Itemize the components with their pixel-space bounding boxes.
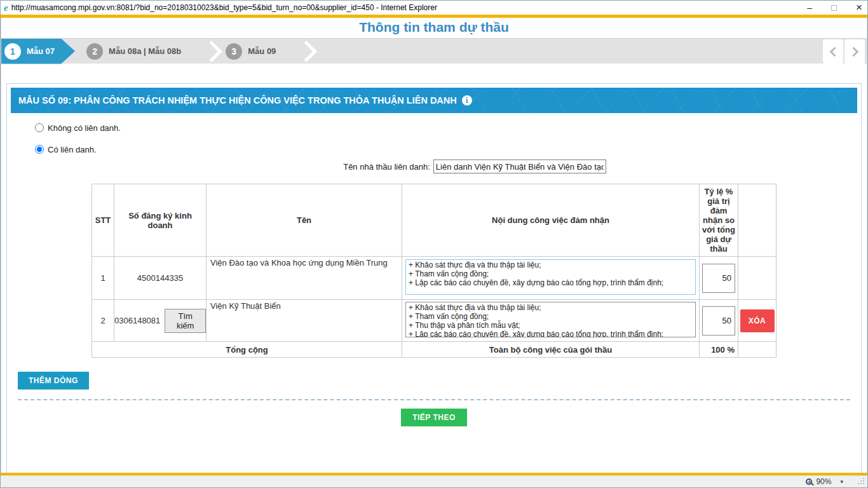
title-bar: e http://muasamcong.mpi.gov.vn:8081/?bid…	[1, 1, 867, 15]
wizard-steps: 1 Mẫu 07 2 Mẫu 08a | Mẫu 08b 3 Mẫu 09	[1, 38, 867, 64]
percent-input[interactable]	[702, 306, 735, 336]
step-label-2: Mẫu 08a | Mẫu 08b	[109, 46, 181, 56]
consortium-name-row: Tên nhà thầu liên danh:	[7, 159, 861, 173]
cell-action: XÓA	[738, 300, 776, 342]
table-row: 2 0306148081 Tìm kiếm Viện Kỹ Thuật Biển…	[92, 300, 776, 342]
cell-action	[738, 257, 776, 300]
info-icon[interactable]: i	[462, 95, 472, 105]
work-textarea[interactable]: + Khảo sát thực địa và thu thập tài liệu…	[405, 302, 696, 337]
window-controls: – ×	[807, 1, 862, 15]
wizard-step-mau-09[interactable]: 3 Mẫu 09	[226, 39, 276, 64]
step-label-3: Mẫu 09	[248, 46, 276, 56]
radio-no-consortium-input[interactable]	[35, 123, 44, 132]
cell-name: Viện Kỹ Thuật Biển	[207, 300, 402, 342]
zoom-dropdown-caret-icon[interactable]: ▾	[840, 478, 843, 485]
page-content: Thông tin tham dự thầu 1 Mẫu 07 2 Mẫu 08…	[1, 18, 867, 473]
cell-percent	[700, 257, 738, 300]
header-name: Tên	[207, 184, 402, 257]
resize-grip-icon[interactable]	[858, 478, 865, 485]
chevron-right-icon	[848, 46, 858, 57]
cell-percent	[700, 300, 738, 342]
radio-no-consortium[interactable]: Không có liên danh.	[35, 121, 861, 135]
step-number-2: 2	[86, 43, 103, 60]
step-chevron-icon	[295, 41, 317, 62]
chevron-left-icon	[829, 46, 839, 57]
percent-input[interactable]	[702, 264, 735, 293]
step-number-3: 3	[226, 43, 242, 60]
header-action	[738, 184, 776, 257]
cell-stt: 2	[92, 300, 114, 342]
form-header: MẪU SỐ 09: PHÂN CÔNG TRÁCH NHIỆM THỰC HI…	[11, 88, 857, 113]
cell-reg-no: 4500144335	[114, 257, 207, 300]
header-stt: STT	[92, 184, 114, 257]
step-number-1: 1	[4, 43, 21, 60]
header-percent: Tỷ lệ % giá trị đảm nhận so với tổng giá…	[700, 184, 738, 257]
work-textarea[interactable]: + Khảo sát thực địa và thu thập tài liệu…	[405, 259, 696, 295]
consortium-name-input[interactable]	[433, 159, 606, 173]
browser-window: e http://muasamcong.mpi.gov.vn:8081/?bid…	[0, 0, 868, 488]
window-title: http://muasamcong.mpi.gov.vn:8081/?bid_n…	[11, 3, 437, 12]
header-work: Nội dung công việc đảm nhận	[402, 184, 700, 257]
wizard-nav	[823, 39, 865, 64]
total-percent: 100 %	[700, 342, 738, 358]
status-bar: 90% ▾	[1, 475, 867, 487]
radio-has-consortium[interactable]: Có liên danh.	[35, 142, 861, 156]
reg-no-value: 0306148081	[114, 316, 160, 325]
minimize-button[interactable]: –	[807, 4, 812, 11]
form-panel: MẪU SỐ 09: PHÂN CÔNG TRÁCH NHIỆM THỰC HI…	[6, 83, 862, 473]
cell-name: Viện Đào tạo và Khoa học ứng dụng Miền T…	[207, 257, 402, 300]
dashed-divider	[18, 399, 850, 400]
header-reg-no: Số đăng ký kinh doanh	[114, 184, 207, 257]
cell-reg-no: 0306148081 Tìm kiếm	[114, 300, 207, 342]
radio-no-consortium-label: Không có liên danh.	[48, 123, 121, 133]
table-footer-row: Tổng cộng Toàn bộ công việc của gói thầu…	[92, 342, 776, 358]
wizard-step-mau-07[interactable]: 1 Mẫu 07	[1, 39, 75, 64]
table-header-row: STT Số đăng ký kinh doanh Tên Nội dung c…	[92, 184, 776, 257]
cell-work: + Khảo sát thực địa và thu thập tài liệu…	[402, 300, 700, 342]
wizard-prev-button[interactable]	[823, 39, 843, 64]
form-header-title: MẪU SỐ 09: PHÂN CÔNG TRÁCH NHIỆM THỰC HI…	[18, 95, 457, 105]
search-button[interactable]: Tìm kiếm	[165, 309, 206, 333]
radio-has-consortium-label: Có liên danh.	[48, 145, 97, 154]
page-title: Thông tin tham dự thầu	[1, 18, 867, 38]
step-chevron-icon	[201, 41, 222, 62]
radio-has-consortium-input[interactable]	[35, 145, 44, 154]
consortium-name-label: Tên nhà thầu liên danh:	[343, 162, 430, 172]
restore-button-icon[interactable]	[831, 5, 837, 11]
consortium-table: STT Số đăng ký kinh doanh Tên Nội dung c…	[92, 184, 776, 358]
cell-work: + Khảo sát thực địa và thu thập tài liệu…	[402, 257, 700, 300]
delete-row-button[interactable]: XÓA	[740, 309, 775, 332]
add-row-button[interactable]: THÊM DÒNG	[18, 372, 89, 390]
zoom-control[interactable]: 90% ▾	[806, 477, 843, 486]
internet-explorer-icon: e	[4, 3, 8, 12]
table-row: 1 4500144335 Viện Đào tạo và Khoa học ứn…	[92, 257, 776, 300]
close-button[interactable]: ×	[856, 3, 862, 12]
total-action-empty	[738, 342, 776, 358]
next-step-button[interactable]: TIẾP THEO	[401, 409, 467, 426]
cell-stt: 1	[92, 257, 114, 300]
zoom-magnifier-icon	[806, 478, 812, 485]
wizard-next-button[interactable]	[844, 39, 865, 64]
total-label: Tổng cộng	[92, 342, 402, 358]
zoom-level: 90%	[816, 477, 831, 486]
total-work: Toàn bộ công việc của gói thầu	[402, 342, 700, 358]
wizard-step-mau-08[interactable]: 2 Mẫu 08a | Mẫu 08b	[86, 39, 181, 64]
step-label-1: Mẫu 07	[27, 46, 55, 56]
